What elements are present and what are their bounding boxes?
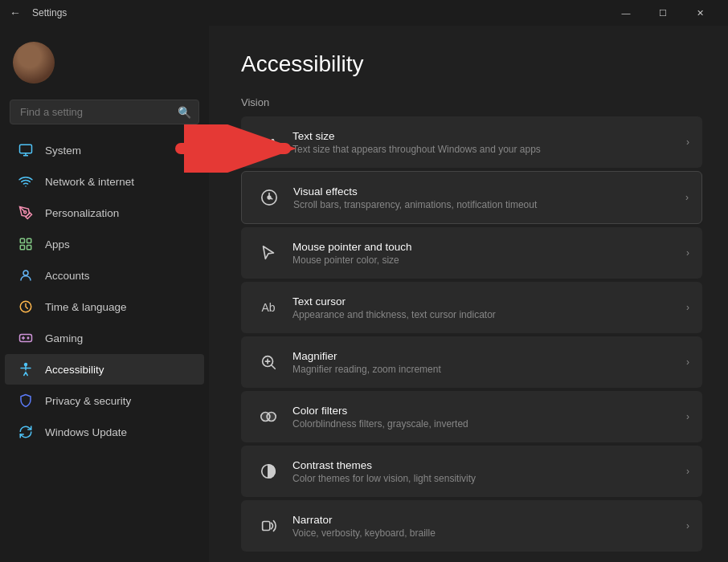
narrator-desc: Voice, verbosity, keyboard, braille [292,527,680,539]
page-title: Accessibility [241,51,702,77]
clock-icon [18,299,34,315]
sidebar-item-gaming[interactable]: Gaming [5,323,204,353]
app-container: 🔍 System Network & internet Personali [0,26,728,562]
sidebar: 🔍 System Network & internet Personali [0,26,209,562]
contrast-themes-icon [254,457,283,486]
wifi-icon [18,173,34,189]
minimize-button[interactable]: — [607,0,644,26]
sidebar-item-update-label: Windows Update [45,426,127,438]
contrast-themes-desc: Color themes for low vision, light sensi… [292,473,680,484]
sidebar-item-time-label: Time & language [45,301,127,313]
sidebar-nav: System Network & internet Personalizatio… [0,134,209,448]
svg-rect-2 [20,238,24,242]
search-icon: 🔍 [178,106,191,119]
sidebar-item-accounts-label: Accounts [45,270,90,282]
svg-rect-3 [27,238,31,242]
color-filters-text: Color filters Colorblindness filters, gr… [292,405,680,430]
sidebar-item-gaming-label: Gaming [45,332,83,344]
maximize-button[interactable]: ☐ [644,0,681,26]
sidebar-item-personalization[interactable]: Personalization [5,198,204,228]
mouse-pointer-chevron: › [686,247,689,259]
sidebar-item-network[interactable]: Network & internet [5,166,204,197]
sidebar-item-system[interactable]: System [5,135,204,165]
text-size-chevron: › [686,136,689,148]
visual-effects-icon [255,183,284,212]
contrast-themes-chevron: › [686,466,689,477]
color-filters-desc: Colorblindness filters, grayscale, inver… [292,418,680,430]
vision-settings-list: AA Text size Text size that appears thro… [241,116,702,552]
back-icon[interactable]: ← [10,6,21,19]
svg-point-6 [23,271,28,275]
contrast-themes-item[interactable]: Contrast themes Color themes for low vis… [241,446,702,497]
title-bar: ← Settings — ☐ ✕ [0,0,728,26]
magnifier-chevron: › [686,356,689,368]
person-icon [18,267,34,283]
sidebar-item-network-label: Network & internet [45,176,134,188]
close-button[interactable]: ✕ [681,0,718,26]
svg-rect-5 [27,246,31,250]
text-size-title: Text size [292,130,680,142]
mouse-pointer-icon [254,238,283,267]
color-filters-icon [254,402,283,431]
svg-point-9 [25,364,27,366]
sidebar-item-accounts[interactable]: Accounts [5,260,204,291]
text-cursor-text: Text cursor Appearance and thickness, te… [292,295,680,320]
main-content: Accessibility Vision AA Text size Text s… [209,26,728,562]
color-filters-chevron: › [686,411,689,422]
monitor-icon [18,142,34,158]
text-cursor-chevron: › [686,302,689,313]
section-vision-label: Vision [241,96,702,108]
visual-effects-chevron: › [685,192,689,203]
magnifier-text: Magnifier Magnifier reading, zoom increm… [292,350,680,375]
text-size-icon: AA [254,128,283,157]
magnifier-item[interactable]: Magnifier Magnifier reading, zoom increm… [241,336,702,388]
visual-effects-item[interactable]: Visual effects Scroll bars, transparency… [241,171,702,224]
mouse-pointer-desc: Mouse pointer color, size [292,255,680,266]
narrator-chevron: › [686,520,689,531]
svg-point-14 [267,413,276,422]
narrator-item[interactable]: Narrator Voice, verbosity, keyboard, bra… [241,500,702,552]
mouse-pointer-title: Mouse pointer and touch [292,241,680,253]
sidebar-item-personalization-label: Personalization [45,207,119,219]
section-vision: Vision AA Text size Text size that appea… [241,96,702,552]
game-icon [18,330,34,346]
text-size-item[interactable]: AA Text size Text size that appears thro… [241,116,702,168]
brush-icon [18,205,34,221]
svg-point-1 [24,211,27,214]
narrator-text: Narrator Voice, verbosity, keyboard, bra… [292,514,680,539]
text-cursor-desc: Appearance and thickness, text cursor in… [292,309,680,320]
mouse-pointer-text: Mouse pointer and touch Mouse pointer co… [292,241,680,266]
text-cursor-title: Text cursor [292,295,680,307]
search-box: 🔍 [10,100,199,124]
svg-rect-4 [20,246,24,250]
text-size-text: Text size Text size that appears through… [292,130,680,155]
apps-icon [18,236,34,252]
sidebar-item-update[interactable]: Windows Update [5,417,204,447]
search-input[interactable] [10,100,199,124]
color-filters-item[interactable]: Color filters Colorblindness filters, gr… [241,391,702,442]
magnifier-desc: Magnifier reading, zoom increment [292,364,680,375]
mouse-pointer-item[interactable]: Mouse pointer and touch Mouse pointer co… [241,227,702,279]
avatar [13,42,55,83]
text-size-desc: Text size that appears throughout Window… [292,144,680,155]
sidebar-item-system-label: System [45,145,81,157]
text-cursor-icon: Ab [254,293,283,322]
text-cursor-item[interactable]: Ab Text cursor Appearance and thickness,… [241,282,702,333]
sidebar-item-privacy-label: Privacy & security [45,395,131,407]
sidebar-item-privacy[interactable]: Privacy & security [5,385,204,416]
shield-icon [18,393,34,409]
narrator-icon [254,511,283,540]
visual-effects-title: Visual effects [293,185,679,198]
sidebar-item-accessibility[interactable]: Accessibility [5,354,204,385]
sidebar-item-accessibility-label: Accessibility [45,364,104,376]
color-filters-title: Color filters [292,405,680,417]
sidebar-item-apps[interactable]: Apps [5,229,204,259]
sidebar-item-apps-label: Apps [45,238,70,250]
contrast-themes-text: Contrast themes Color themes for low vis… [292,459,680,484]
narrator-title: Narrator [292,514,680,526]
window-title: Settings [32,7,67,18]
user-profile [0,26,209,93]
title-bar-left: ← Settings [10,6,67,19]
visual-effects-text: Visual effects Scroll bars, transparency… [293,185,679,210]
sidebar-item-time[interactable]: Time & language [5,291,204,322]
